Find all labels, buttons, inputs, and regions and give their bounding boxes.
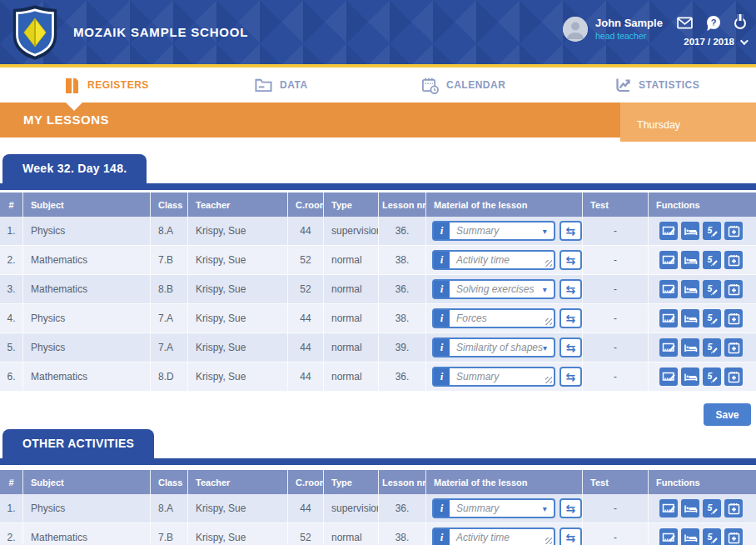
material-select[interactable]: i Summary ▾ bbox=[432, 221, 555, 241]
swap-material-button[interactable]: ⇆ bbox=[560, 338, 582, 358]
info-icon[interactable]: i bbox=[434, 310, 450, 327]
nav-tab-registers[interactable]: REGISTERS bbox=[63, 68, 149, 102]
material-value[interactable]: Forces bbox=[450, 312, 554, 324]
grade-button[interactable]: 5 bbox=[703, 251, 721, 269]
material-select[interactable]: i Summary ▾ bbox=[432, 498, 555, 518]
add-event-button[interactable] bbox=[724, 338, 743, 357]
row-number: 6. bbox=[0, 362, 23, 391]
save-button[interactable]: Save bbox=[704, 403, 751, 426]
calendar-add-icon bbox=[727, 341, 741, 355]
info-icon[interactable]: i bbox=[434, 368, 450, 385]
resize-grip-icon[interactable] bbox=[545, 260, 552, 267]
material-select[interactable]: i Similarity of shapes ▾ bbox=[432, 338, 555, 358]
swap-icon: ⇆ bbox=[565, 532, 575, 543]
add-event-button[interactable] bbox=[724, 280, 743, 298]
add-event-button[interactable] bbox=[724, 499, 743, 518]
user-profile[interactable]: John Sample head teacher bbox=[563, 17, 663, 42]
evaluation-button[interactable] bbox=[659, 251, 678, 269]
nav-tab-data[interactable]: DATA bbox=[255, 68, 308, 102]
material-cell: i Activity time ▾ ⇆ bbox=[426, 523, 583, 545]
resize-grip-icon[interactable] bbox=[545, 538, 552, 544]
material-value[interactable]: Activity time bbox=[450, 532, 554, 543]
class-cell: 8.A bbox=[151, 217, 188, 245]
swap-material-button[interactable]: ⇆ bbox=[560, 279, 582, 299]
help-icon[interactable]: ? bbox=[707, 16, 720, 29]
material-select[interactable]: i Forces ▾ bbox=[432, 308, 555, 328]
absence-button[interactable] bbox=[681, 222, 699, 240]
school-year-select[interactable]: 2017 / 2018 bbox=[684, 37, 746, 47]
avatar[interactable] bbox=[563, 17, 588, 42]
material-value[interactable]: Summary bbox=[450, 371, 554, 382]
evaluation-button[interactable] bbox=[659, 309, 678, 328]
column-header: Class bbox=[151, 470, 188, 494]
svg-text:5: 5 bbox=[707, 254, 712, 264]
type-cell: supervision bbox=[324, 217, 379, 245]
grade-button[interactable]: 5 bbox=[703, 338, 721, 357]
absence-button[interactable] bbox=[681, 309, 699, 328]
column-header: Subject bbox=[23, 192, 151, 217]
info-icon[interactable]: i bbox=[434, 339, 450, 356]
info-icon[interactable]: i bbox=[434, 252, 450, 268]
chevron-down-icon: ▾ bbox=[543, 504, 554, 513]
table-header-row: #SubjectClassTeacherC.roomTypeLesson nr.… bbox=[0, 192, 756, 217]
swap-material-button[interactable]: ⇆ bbox=[560, 498, 582, 518]
info-icon[interactable]: i bbox=[434, 529, 450, 545]
grade-button[interactable]: 5 bbox=[703, 368, 721, 386]
power-icon[interactable] bbox=[734, 18, 746, 29]
material-select[interactable]: i Summary ▾ bbox=[432, 367, 555, 387]
row-number: 3. bbox=[0, 275, 23, 303]
absence-button[interactable] bbox=[681, 251, 699, 269]
statistics-icon bbox=[614, 77, 631, 93]
grade-button[interactable]: 5 bbox=[703, 528, 721, 545]
test-cell: - bbox=[583, 333, 649, 362]
evaluation-button[interactable] bbox=[659, 338, 678, 357]
nav-tab-statistics[interactable]: STATISTICS bbox=[614, 68, 699, 102]
resize-grip-icon[interactable] bbox=[545, 377, 552, 383]
column-header: Test bbox=[583, 192, 649, 217]
swap-material-button[interactable]: ⇆ bbox=[560, 367, 582, 387]
material-value[interactable]: Activity time bbox=[450, 254, 554, 266]
info-icon[interactable]: i bbox=[434, 281, 450, 298]
resize-grip-icon[interactable] bbox=[545, 318, 552, 325]
grade-button[interactable]: 5 bbox=[703, 499, 721, 518]
mail-icon[interactable] bbox=[677, 17, 693, 29]
add-event-button[interactable] bbox=[724, 251, 743, 269]
material-select[interactable]: i Solving exercises ▾ bbox=[432, 279, 555, 299]
nav-tab-calendar[interactable]: CALENDAR bbox=[421, 68, 505, 102]
table-row: 2. Mathematics 7.B Krispy, Sue 52 normal… bbox=[0, 246, 756, 275]
add-event-button[interactable] bbox=[724, 528, 743, 545]
material-select[interactable]: i Activity time ▾ bbox=[432, 250, 555, 270]
type-cell: normal bbox=[324, 246, 379, 274]
grade-button[interactable]: 5 bbox=[703, 222, 721, 240]
material-value[interactable]: Solving exercises bbox=[450, 283, 543, 295]
grade-pencil-icon: 5 bbox=[705, 253, 719, 268]
row-number: 1. bbox=[0, 217, 23, 245]
data-folder-icon bbox=[255, 78, 272, 92]
swap-material-button[interactable]: ⇆ bbox=[560, 528, 582, 545]
evaluation-button[interactable] bbox=[659, 280, 678, 298]
add-event-button[interactable] bbox=[724, 309, 743, 328]
grade-button[interactable]: 5 bbox=[703, 309, 721, 328]
material-select[interactable]: i Activity time ▾ bbox=[432, 528, 555, 545]
absence-button[interactable] bbox=[681, 338, 699, 357]
evaluation-button[interactable] bbox=[659, 499, 678, 518]
material-value[interactable]: Similarity of shapes bbox=[450, 342, 543, 353]
absence-button[interactable] bbox=[681, 499, 699, 518]
material-value[interactable]: Summary bbox=[450, 502, 543, 514]
swap-material-button[interactable]: ⇆ bbox=[560, 250, 582, 270]
evaluation-button[interactable] bbox=[659, 368, 678, 386]
calendar-add-icon bbox=[727, 502, 741, 516]
absence-button[interactable] bbox=[681, 368, 699, 386]
evaluation-button[interactable] bbox=[659, 528, 678, 545]
material-value[interactable]: Summary bbox=[450, 225, 543, 237]
grade-button[interactable]: 5 bbox=[703, 280, 721, 298]
absence-button[interactable] bbox=[681, 280, 699, 298]
absence-button[interactable] bbox=[681, 528, 699, 545]
evaluation-button[interactable] bbox=[659, 222, 678, 240]
swap-material-button[interactable]: ⇆ bbox=[560, 308, 582, 328]
swap-material-button[interactable]: ⇆ bbox=[560, 221, 582, 241]
add-event-button[interactable] bbox=[724, 222, 743, 240]
info-icon[interactable]: i bbox=[434, 500, 450, 517]
info-icon[interactable]: i bbox=[434, 222, 450, 239]
add-event-button[interactable] bbox=[724, 368, 743, 386]
